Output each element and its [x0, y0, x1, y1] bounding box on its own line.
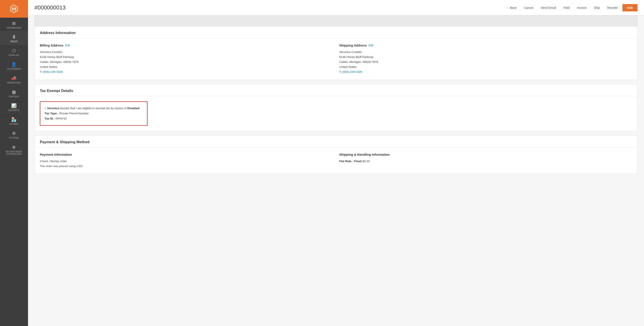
shipping-handling-block: Shipping & Handling Information Flat Rat… [339, 153, 632, 169]
shipping-phone-label: T: [339, 70, 342, 74]
billing-phone-link[interactable]: (555) 229-3326 [43, 70, 63, 74]
shipping-phone: T: (555) 229-3326 [339, 70, 632, 74]
ship-button[interactable]: Ship [591, 4, 603, 11]
sidebar-item-reports[interactable]: 📊 REPORTS [0, 100, 28, 114]
billing-address-heading: Billing Address Edit [40, 44, 333, 47]
shipping-country: United States [339, 64, 632, 70]
billing-address-edit-link[interactable]: Edit [65, 44, 70, 47]
send-email-button[interactable]: Send Email [538, 4, 559, 11]
tax-id-line: Tax ID : RPN742 [44, 116, 143, 121]
sidebar-item-stores[interactable]: 🏪 STORES [0, 114, 28, 128]
payment-shipping-section-title: Payment & Shipping Method [35, 136, 637, 148]
sidebar: ⊞ DASHBOARD $ SALES ⬡ CATALOG 👤 CUSTOMER… [0, 0, 28, 326]
payment-shipping-columns: Payment Information Check / Money order … [40, 153, 632, 169]
sidebar-item-customers[interactable]: 👤 CUSTOMERS [0, 59, 28, 72]
address-section-body: Billing Address Edit Veronica Costello 6… [35, 38, 637, 80]
sidebar-item-dashboard[interactable]: ⊞ DASHBOARD [0, 18, 28, 32]
shipping-rate-label: Flat Rate - Fixed [339, 160, 362, 163]
tax-id-label: Tax ID : [44, 117, 55, 120]
customers-icon: 👤 [11, 62, 17, 67]
sidebar-item-label: DASHBOARD [7, 27, 21, 29]
customer-name: Veronica [47, 106, 59, 110]
tax-id-value: RPN742 [56, 117, 67, 120]
main-content: #000000013 ← Back Cancel Send Email Hold… [28, 0, 644, 326]
sales-icon: $ [13, 34, 15, 40]
sidebar-item-label: CONTENT [8, 96, 20, 98]
shipping-address-heading: Shipping Address Edit [339, 44, 632, 47]
shipping-address-label: Shipping Address [339, 44, 367, 47]
payment-shipping-section-body: Payment Information Check / Money order … [35, 148, 637, 174]
tax-exempt-section-body: I, Veronica declare that I am eligible t… [35, 96, 637, 131]
declaration-text: declare that I am eligible to exempt tax… [60, 106, 126, 110]
shipping-address-edit-link[interactable]: Edit [368, 44, 373, 47]
tax-exempt-declaration: I, Veronica declare that I am eligible t… [44, 106, 143, 111]
sidebar-item-marketing[interactable]: 📣 MARKETING [0, 72, 28, 86]
page-content: Address Information Billing Address Edit… [28, 16, 644, 326]
sidebar-item-label: CATALOG [8, 54, 20, 56]
sidebar-item-label: REPORTS [8, 109, 20, 112]
payment-shipping-card: Payment & Shipping Method Payment Inform… [34, 136, 638, 174]
back-button[interactable]: ← Back [503, 4, 520, 11]
shipping-handling-heading: Shipping & Handling Information [339, 153, 632, 156]
billing-street: 6146 Honey Bluff Parkway [40, 55, 333, 60]
invoice-button[interactable]: Invoice [574, 4, 590, 11]
payment-information-block: Payment Information Check / Money order … [40, 153, 333, 169]
tax-type-line: Tax Type : Resale Permit Number [44, 111, 143, 116]
shipping-rate-value: $5.00 [362, 160, 370, 163]
sidebar-item-system[interactable]: ⚙ SYSTEM [0, 128, 28, 142]
shipping-rate: Flat Rate - Fixed $5.00 [339, 159, 632, 164]
tax-exempt-box: I, Veronica declare that I am eligible t… [40, 102, 148, 126]
sidebar-item-partners[interactable]: ⊕ ND PARTNERS EXTENSIONS [0, 142, 28, 158]
billing-address-block: Billing Address Edit Veronica Costello 6… [40, 44, 333, 74]
sidebar-item-label: CUSTOMERS [7, 68, 21, 70]
billing-phone: T: (555) 229-3326 [40, 70, 333, 74]
sidebar-item-label: SALES [10, 40, 18, 43]
shipping-name: Veronica Costello [339, 50, 632, 55]
sidebar-item-sales[interactable]: $ SALES [0, 32, 28, 45]
sidebar-item-label: ND PARTNERS EXTENSIONS [0, 150, 28, 155]
dashboard-icon: ⊞ [12, 21, 16, 26]
header-actions: ← Back Cancel Send Email Hold Invoice Sh… [503, 4, 638, 12]
marketing-icon: 📣 [11, 76, 17, 81]
hold-button[interactable]: Hold [560, 4, 573, 11]
sidebar-logo [0, 0, 28, 18]
page-header: #000000013 ← Back Cancel Send Email Hold… [28, 0, 644, 16]
reports-icon: 📊 [11, 103, 17, 108]
declaration-pre: I, [44, 106, 46, 110]
system-icon: ⚙ [12, 131, 16, 136]
shipping-street: 6146 Honey Bluff Parkway [339, 55, 632, 60]
tax-exempt-card: Tax Exempt Details I, Veronica declare t… [34, 84, 638, 131]
tax-exempt-section-title: Tax Exempt Details [35, 84, 637, 96]
magento-logo-icon [9, 4, 19, 14]
billing-country: United States [40, 64, 333, 70]
address-columns: Billing Address Edit Veronica Costello 6… [40, 44, 632, 74]
catalog-icon: ⬡ [12, 48, 16, 53]
payment-note: The order was placed using USD. [40, 164, 333, 169]
address-information-card: Address Information Billing Address Edit… [34, 26, 638, 80]
sidebar-item-label: STORES [9, 123, 19, 125]
partners-icon: ⊕ [12, 144, 16, 150]
shipping-phone-link[interactable]: (555) 229-3326 [342, 70, 362, 74]
sidebar-item-label: MARKETING [7, 82, 21, 84]
sidebar-item-content[interactable]: ▦ CONTENT [0, 86, 28, 100]
exempt-reason: Disabled [127, 106, 139, 110]
billing-address-label: Billing Address [40, 44, 63, 47]
scrolled-content-placeholder [34, 16, 638, 26]
payment-information-heading: Payment Information [40, 153, 333, 156]
reorder-button[interactable]: Reorder [604, 4, 621, 11]
shipping-city-state: Calder, Michigan, 49628-7978 [339, 60, 632, 64]
stores-icon: 🏪 [11, 117, 17, 122]
billing-name: Veronica Costello [40, 50, 333, 55]
cancel-button[interactable]: Cancel [521, 4, 536, 11]
tax-type-label: Tax Type : [44, 112, 58, 115]
sidebar-item-catalog[interactable]: ⬡ CATALOG [0, 45, 28, 59]
content-icon: ▦ [12, 89, 16, 94]
billing-city-state: Calder, Michigan, 49628-7978 [40, 60, 333, 64]
sidebar-item-label: SYSTEM [9, 137, 19, 139]
shipping-address-block: Shipping Address Edit Veronica Costello … [339, 44, 632, 74]
page-title: #000000013 [34, 4, 66, 11]
tax-type-value-text: Resale Permit Number [60, 112, 89, 115]
edit-button[interactable]: Edit [622, 4, 638, 12]
billing-phone-label: T: [40, 70, 42, 74]
address-section-title: Address Information [35, 26, 637, 38]
